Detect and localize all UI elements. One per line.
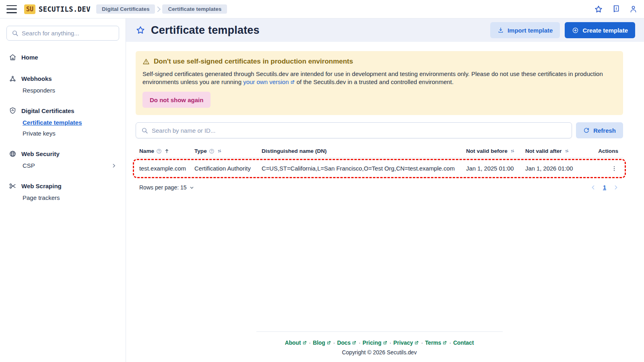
sortable-icon xyxy=(217,148,223,154)
row-actions-kebab-icon[interactable] xyxy=(610,165,618,173)
sidebar-item-csp[interactable]: CSP xyxy=(6,160,119,171)
favorites-star-icon[interactable] xyxy=(594,5,603,14)
next-page-icon[interactable] xyxy=(613,184,619,191)
global-search[interactable] xyxy=(6,26,119,41)
import-template-button[interactable]: Import template xyxy=(490,22,560,38)
external-link-icon xyxy=(302,340,307,345)
external-link-icon xyxy=(414,340,419,345)
sidebar-nav: Home Webhooks Responders xyxy=(6,51,119,203)
cell-name: test.example.com xyxy=(136,165,194,172)
table-header-row: Name Type xyxy=(136,145,623,158)
topbar-actions xyxy=(594,5,638,14)
warning-callout: Don't use self-signed certificates in pr… xyxy=(136,51,623,115)
page-title: Certificate templates xyxy=(151,24,260,37)
rows-per-page-select[interactable]: Rows per page: 15 xyxy=(136,184,194,191)
sidebar-item-page-trackers[interactable]: Page trackers xyxy=(6,192,119,203)
page-header: Certificate templates Import template Cr… xyxy=(126,19,644,42)
sortable-icon xyxy=(510,148,516,154)
column-header-name[interactable]: Name xyxy=(136,148,194,154)
external-link-icon xyxy=(383,340,388,345)
breadcrumb-digital-certificates[interactable]: Digital Certificates xyxy=(96,4,155,14)
column-header-actions: Actions xyxy=(584,148,623,154)
globe-icon xyxy=(9,150,17,158)
column-header-not-valid-before[interactable]: Not valid before xyxy=(466,148,525,154)
page-footer: About·Blog·Docs·Pricing·Privacy·Terms·Co… xyxy=(136,331,623,362)
column-header-type[interactable]: Type xyxy=(194,148,262,154)
warning-title: Don't use self-signed certificates in pr… xyxy=(154,58,353,66)
topbar: SU SECUTILS.DEV Digital Certificates Cer… xyxy=(0,0,644,19)
breadcrumb-certificate-templates[interactable]: Certificate templates xyxy=(162,4,227,14)
breadcrumb-separator-icon xyxy=(155,6,161,12)
column-header-dn: Distinguished name (DN) xyxy=(262,148,466,154)
sidebar-item-web-scraping[interactable]: Web Scraping xyxy=(6,180,119,192)
help-icon xyxy=(156,148,162,154)
scissors-icon xyxy=(9,182,17,190)
sidebar-item-digital-certificates[interactable]: Digital Certificates xyxy=(6,105,119,117)
sidebar-item-certificate-templates[interactable]: Certificate templates xyxy=(6,117,119,128)
table-search[interactable] xyxy=(136,122,572,138)
footer-divider xyxy=(256,331,503,332)
page-number-1[interactable]: 1 xyxy=(603,184,606,191)
main-content: Certificate templates Import template Cr… xyxy=(126,19,644,362)
table-search-input[interactable] xyxy=(152,127,566,134)
logo-badge: SU xyxy=(24,4,35,14)
brand-logo[interactable]: SU SECUTILS.DEV xyxy=(24,4,91,14)
sidebar-item-home[interactable]: Home xyxy=(6,51,119,64)
menu-icon[interactable] xyxy=(6,5,17,13)
help-icon xyxy=(209,148,215,154)
copyright: Copyright © 2026 Secutils.dev xyxy=(136,350,623,356)
footer-link-docs[interactable]: Docs xyxy=(337,340,357,346)
column-header-not-valid-after[interactable]: Not valid after xyxy=(525,148,584,154)
docs-book-icon[interactable] xyxy=(612,5,620,13)
annotation-highlight: test.example.com Certification Authority… xyxy=(133,159,626,178)
home-icon xyxy=(9,53,17,61)
sidebar-item-private-keys[interactable]: Private keys xyxy=(6,128,119,139)
external-link-icon xyxy=(326,340,331,345)
sidebar-item-responders[interactable]: Responders xyxy=(6,85,119,96)
previous-page-icon[interactable] xyxy=(590,184,597,191)
external-link-icon xyxy=(290,80,295,84)
search-icon xyxy=(141,127,148,134)
sortable-icon xyxy=(564,148,570,154)
templates-table: Name Type xyxy=(136,145,623,178)
sort-ascending-icon xyxy=(164,148,170,154)
do-not-show-again-button[interactable]: Do not show again xyxy=(142,92,211,108)
footer-link-blog[interactable]: Blog xyxy=(313,340,331,346)
external-link-icon xyxy=(442,340,447,345)
footer-link-contact[interactable]: Contact xyxy=(453,340,474,346)
sidebar-item-webhooks[interactable]: Webhooks xyxy=(6,72,119,85)
import-icon xyxy=(497,27,504,33)
table-toolbar: Refresh xyxy=(136,122,623,138)
footer-link-privacy[interactable]: Privacy xyxy=(393,340,419,346)
sidebar-item-web-security[interactable]: Web Security xyxy=(6,148,119,160)
page-star-icon[interactable] xyxy=(136,25,145,35)
create-template-button[interactable]: Create template xyxy=(565,22,635,38)
warning-triangle-icon xyxy=(142,58,150,65)
chevron-right-icon xyxy=(111,163,117,169)
global-search-input[interactable] xyxy=(22,30,114,37)
chevron-down-icon xyxy=(189,185,194,190)
sidebar: Home Webhooks Responders xyxy=(0,19,126,362)
external-link-icon xyxy=(352,340,357,345)
footer-link-about[interactable]: About xyxy=(285,340,307,346)
refresh-button[interactable]: Refresh xyxy=(576,122,623,138)
webhooks-icon xyxy=(9,75,17,82)
cell-type: Certification Authority xyxy=(194,165,262,172)
plus-circle-icon xyxy=(572,27,579,34)
your-own-version-link[interactable]: your own version xyxy=(243,78,295,85)
cell-not-valid-after: Jan 1, 2026 01:00 xyxy=(525,165,584,172)
search-icon xyxy=(12,30,19,37)
breadcrumb: Digital Certificates Certificate templat… xyxy=(96,4,227,14)
footer-link-terms[interactable]: Terms xyxy=(425,340,447,346)
refresh-icon xyxy=(583,127,590,134)
table-row[interactable]: test.example.com Certification Authority… xyxy=(136,160,623,177)
cell-not-valid-before: Jan 1, 2025 01:00 xyxy=(466,165,525,172)
user-account-icon[interactable] xyxy=(629,5,638,13)
pagination: Rows per page: 15 1 xyxy=(136,184,623,191)
brand-name: SECUTILS.DEV xyxy=(39,5,91,13)
shield-icon xyxy=(9,107,17,115)
cell-dn: C=US,ST=California,L=San Francisco,O=Tes… xyxy=(262,165,466,172)
warning-body: Self-signed certificates generated throu… xyxy=(142,70,616,86)
footer-link-pricing[interactable]: Pricing xyxy=(363,340,388,346)
